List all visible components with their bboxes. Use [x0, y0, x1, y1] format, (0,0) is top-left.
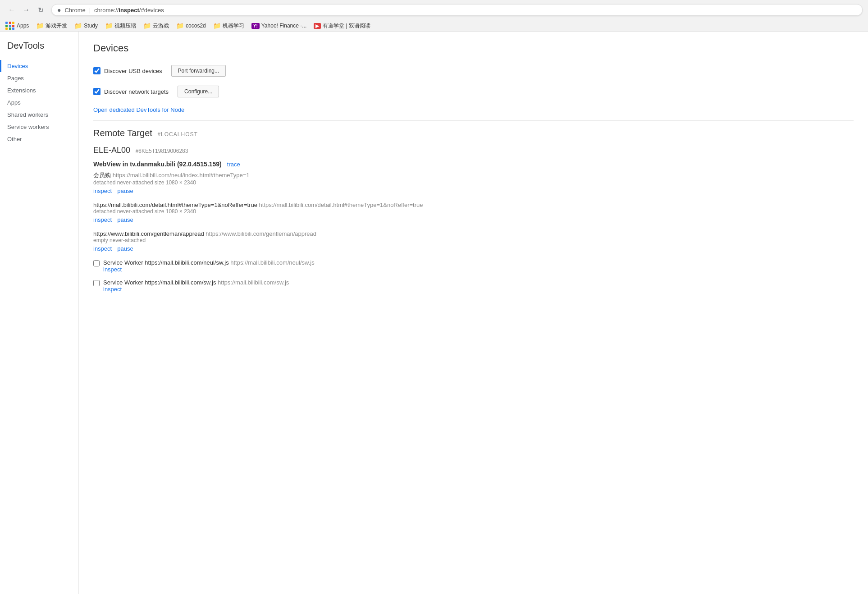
target-1-actions: inspect pause	[93, 188, 854, 194]
chrome-label: Chrome	[64, 7, 85, 14]
bookmark-cloudgame[interactable]: 📁 云游戏	[143, 22, 169, 30]
yahoo-icon: Y!	[251, 23, 260, 29]
sidebar-item-pages[interactable]: Pages	[0, 72, 78, 84]
discover-network-label[interactable]: Discover network targets	[93, 88, 169, 95]
target-3-url: https://www.bilibili.com/gentleman/appre…	[206, 230, 316, 237]
remote-target-sub: #LOCALHOST	[157, 131, 197, 138]
trace-link[interactable]: trace	[227, 161, 240, 168]
bookmark-label: Yahoo! Finance -...	[261, 23, 307, 29]
bookmark-study[interactable]: 📁 Study	[74, 22, 98, 29]
url-bold: inspect	[119, 7, 139, 14]
device-name: ELE-AL00	[93, 146, 130, 155]
target-3-inspect[interactable]: inspect	[93, 245, 112, 252]
sidebar-title: DevTools	[0, 41, 78, 60]
bookmark-label: 有道学堂 | 双语阅读	[323, 22, 370, 30]
bookmark-apps[interactable]: Apps	[5, 22, 29, 30]
nav-buttons: ← → ↻	[5, 4, 47, 16]
target-2-name: https://mall.bilibili.com/detail.html#th…	[93, 202, 257, 208]
page-title: Devices	[93, 42, 854, 54]
apps-grid-icon	[5, 22, 15, 30]
target-3-name: https://www.bilibili.com/gentleman/appre…	[93, 230, 204, 237]
folder-icon: 📁	[74, 22, 82, 29]
section-divider	[93, 120, 854, 121]
bookmark-yahoo[interactable]: Y! Yahoo! Finance -...	[251, 23, 307, 29]
target-3-meta: empty never-attached	[93, 237, 854, 243]
youdao-icon: ▶	[314, 23, 321, 29]
device-info: ELE-AL00 #8KE5T19819006283	[93, 146, 854, 155]
reload-button[interactable]: ↻	[34, 4, 47, 16]
sw-1-title-row: Service Worker https://mall.bilibili.com…	[103, 259, 315, 266]
devtools-node-link[interactable]: Open dedicated DevTools for Node	[93, 106, 184, 113]
separator: |	[89, 7, 91, 14]
sw-entry-2: Service Worker https://mall.bilibili.com…	[93, 279, 854, 293]
folder-icon: 📁	[105, 22, 113, 29]
address-bar[interactable]: ● Chrome | chrome://inspect/#devices	[51, 4, 863, 16]
bookmark-label: 云游戏	[153, 22, 169, 30]
target-2-inspect[interactable]: inspect	[93, 216, 112, 223]
sw-1-actions: inspect	[103, 266, 315, 273]
target-2-pause[interactable]: pause	[117, 216, 133, 223]
sw-1-url-main: https://mall.bilibili.com/neul/sw.js	[145, 259, 228, 266]
sw-1-url-display: https://mall.bilibili.com/neul/sw.js	[230, 259, 314, 266]
bookmark-label: Study	[84, 23, 98, 29]
target-1-pause[interactable]: pause	[117, 188, 133, 194]
sidebar-item-devices[interactable]: Devices	[0, 60, 78, 72]
remote-target-header: Remote Target #LOCALHOST	[93, 128, 854, 138]
configure-button[interactable]: Configure...	[178, 86, 219, 97]
sidebar-item-shared-workers[interactable]: Shared workers	[0, 109, 78, 121]
folder-icon: 📁	[213, 22, 221, 29]
sw-2-inspect[interactable]: inspect	[103, 286, 122, 293]
remote-target-section: Remote Target #LOCALHOST ELE-AL00 #8KE5T…	[93, 128, 854, 293]
target-1: 会员购 https://mall.bilibili.com/neul/index…	[93, 171, 854, 194]
target-2: https://mall.bilibili.com/detail.html#th…	[93, 202, 854, 223]
security-icon: ●	[57, 6, 61, 14]
sidebar-item-apps[interactable]: Apps	[0, 96, 78, 109]
sw-1-checkbox[interactable]	[93, 260, 100, 266]
apps-label: Apps	[17, 23, 29, 29]
browser-toolbar: ← → ↻ ● Chrome | chrome://inspect/#devic…	[0, 0, 868, 20]
target-1-inspect[interactable]: inspect	[93, 188, 112, 194]
sw-2-title-row: Service Worker https://mall.bilibili.com…	[103, 279, 289, 286]
bookmarks-bar: Apps 📁 游戏开发 📁 Study 📁 视频压缩 📁 云游戏 📁 cocos…	[0, 20, 868, 31]
browser-chrome: ← → ↻ ● Chrome | chrome://inspect/#devic…	[0, 0, 868, 32]
bookmark-youdao2[interactable]: ▶ 有道学堂 | 双语阅读	[314, 22, 370, 30]
bookmark-label: 机器学习	[223, 22, 244, 30]
url-suffix: /#devices	[139, 7, 164, 14]
sidebar-item-extensions[interactable]: Extensions	[0, 84, 78, 96]
remote-target-title: Remote Target	[93, 128, 152, 138]
sw-2-url-main: https://mall.bilibili.com/sw.js	[145, 279, 216, 286]
bookmark-youdao[interactable]: 📁 游戏开发	[36, 22, 67, 30]
content-area: Devices Discover USB devices Port forwar…	[79, 32, 868, 594]
target-2-title-row: https://mall.bilibili.com/detail.html#th…	[93, 202, 854, 208]
discover-usb-checkbox[interactable]	[93, 67, 101, 74]
bookmark-cocos[interactable]: 📁 cocos2d	[176, 22, 206, 29]
sidebar-item-other[interactable]: Other	[0, 133, 78, 145]
forward-button[interactable]: →	[20, 4, 32, 16]
target-1-meta: detached never-attached size 1080 × 2340	[93, 179, 854, 186]
sw-entry-1: Service Worker https://mall.bilibili.com…	[93, 259, 854, 273]
sw-1-inspect[interactable]: inspect	[103, 266, 122, 273]
bookmark-label: 游戏开发	[46, 22, 67, 30]
target-2-url: https://mall.bilibili.com/detail.html#th…	[259, 202, 423, 208]
url-prefix: chrome://	[94, 7, 119, 14]
discover-usb-label[interactable]: Discover USB devices	[93, 67, 162, 74]
back-button[interactable]: ←	[5, 4, 18, 16]
webview-label: WebView in tv.danmaku.bili (92.0.4515.15…	[93, 160, 222, 168]
discover-network-row: Discover network targets Configure...	[93, 86, 854, 97]
sw-2-label: Service Worker	[103, 279, 143, 286]
target-2-actions: inspect pause	[93, 216, 854, 223]
bookmark-label: cocos2d	[186, 23, 206, 29]
address-url: chrome://inspect/#devices	[94, 7, 164, 14]
webview-header: WebView in tv.danmaku.bili (92.0.4515.15…	[93, 160, 854, 168]
bookmark-compress[interactable]: 📁 视频压缩	[105, 22, 136, 30]
sw-2-checkbox[interactable]	[93, 280, 100, 286]
discover-network-checkbox[interactable]	[93, 88, 101, 95]
target-1-title-row: 会员购 https://mall.bilibili.com/neul/index…	[93, 171, 854, 179]
sw-1-content: Service Worker https://mall.bilibili.com…	[103, 259, 315, 273]
device-id: #8KE5T19819006283	[136, 148, 188, 154]
sidebar-item-service-workers[interactable]: Service workers	[0, 121, 78, 133]
bookmark-ml[interactable]: 📁 机器学习	[213, 22, 244, 30]
sw-2-content: Service Worker https://mall.bilibili.com…	[103, 279, 289, 293]
port-forwarding-button[interactable]: Port forwarding...	[171, 65, 226, 77]
target-3-pause[interactable]: pause	[117, 245, 133, 252]
